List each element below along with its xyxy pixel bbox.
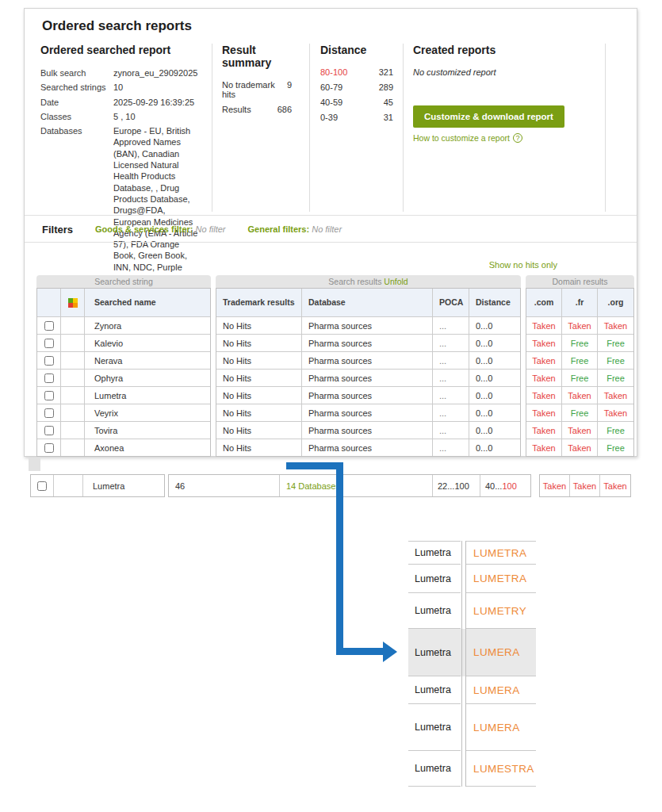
row-org-status: Free [598,335,633,351]
result-summary-row: Results 686 [222,105,292,114]
detail-query: Lumetra [408,629,461,676]
detail-query: Lumetra [408,751,461,787]
header-com: .com [526,289,562,316]
header-color-cell [61,289,85,316]
detail-query: Lumetra [408,541,461,565]
card-edge-stub [29,458,40,471]
row-checkbox[interactable] [44,339,54,348]
expanded-row-poca: 22...100 [433,475,480,496]
header-poca: POCA [433,289,469,316]
detail-result: LUMETRY [466,593,536,629]
report-field-row: Date 2025-09-29 16:39:25 [40,97,204,108]
row-checkbox[interactable] [44,443,54,453]
row-poca: ... [433,317,469,334]
row-fr-status: Taken [562,422,598,439]
report-field-value: zynora_eu_29092025 [113,67,204,79]
ordered-searched-report-heading: Ordered searched report [40,44,204,56]
table-row: No Hits Pharma sources ... 0...0 [216,369,520,386]
row-fr-status: Free [562,404,598,421]
expanded-row-checkbox-cell [31,475,54,496]
report-field-label: Databases [40,125,113,295]
table-row: Taken Taken Taken [526,386,633,404]
row-database: Pharma sources [302,422,433,439]
arrow-segment-bottom [336,648,384,655]
distance-row: 0-39 31 [320,113,393,122]
result-summary-heading: Result summary [222,44,301,69]
row-fr-status: Taken [562,317,598,334]
report-field-row: Searched strings 10 [40,82,204,93]
header-distance: Distance [469,289,520,316]
row-checkbox-cell [37,439,61,456]
row-searched-name: Veyrix [85,404,210,421]
report-field-value: 10 [113,82,204,93]
distance-row: 40-59 45 [320,98,393,107]
header-org: .org [598,289,633,316]
expanded-row-distance: 40...100 [480,475,530,496]
distance-row: 80-100 321 [320,67,393,77]
table-row: Taken Taken Taken [526,316,633,334]
search-results-tab-label: Search results [328,277,381,286]
table-row: Taken Taken Free [526,421,633,439]
distance-count: 45 [384,98,393,107]
expanded-row-databases-link[interactable]: 14 Databases [280,475,433,496]
how-to-customize-link[interactable]: How to customize a report ? [413,133,597,143]
detail-query: Lumetra [408,704,461,751]
table-row: No Hits Pharma sources ... 0...0 [216,386,520,404]
row-database: Pharma sources [302,439,433,456]
search-results-table: Searched string Searched name Zynora Kal… [36,275,634,457]
created-reports-heading: Created reports [413,44,597,56]
how-to-customize-label: How to customize a report [413,133,510,143]
general-filters[interactable]: General filters: No filter [247,224,342,234]
row-database: Pharma sources [302,404,433,421]
row-org-status: Free [598,370,633,386]
row-fr-status: Free [562,352,598,369]
detail-result: LUMESTRA [466,751,536,787]
row-database: Pharma sources [302,352,433,369]
row-searched-name: Ophyra [85,370,210,386]
show-no-hits-only-link[interactable]: Show no hits only [489,260,557,270]
row-fr-status: Free [562,335,598,351]
divider-line [25,215,637,216]
row-com-status: Taken [526,404,562,421]
created-reports-column: Created reports No customized report Cus… [404,44,606,212]
result-summary-column: Result summary No trademark hits 9 Resul… [212,44,310,212]
row-checkbox[interactable] [44,321,54,331]
row-checkbox[interactable] [44,426,54,435]
report-field-row: Databases Europe - EU, British Approved … [40,125,204,295]
row-trademark-results: No Hits [216,335,302,351]
databases-count-link[interactable]: 14 Databases [286,481,340,491]
table-row: No Hits Pharma sources ... 0...0 [216,334,520,351]
distance-heading: Distance [320,44,395,56]
row-checkbox[interactable] [44,373,54,383]
table-header-row: Trademark results Database POCA Distance [216,289,520,316]
row-checkbox-cell [37,404,61,421]
detail-query: Lumetra [408,593,461,629]
row-checkbox[interactable] [44,356,54,366]
report-field-value: 2025-09-29 16:39:25 [113,97,204,108]
detail-result: LUMETRA [466,565,536,593]
expanded-row-com-status: Taken [540,475,570,496]
customize-download-report-button[interactable]: Customize & download report [413,105,564,128]
row-checkbox[interactable] [44,391,54,400]
report-field-label: Date [40,97,113,108]
report-field-label: Searched strings [40,82,113,93]
detail-row: Lumetra LUMESTRA [408,751,536,787]
row-distance: 0...0 [469,370,520,386]
detail-table-divider [461,541,462,787]
ordered-search-reports-card: Ordered search reports Ordered searched … [24,8,637,457]
goods-services-filter[interactable]: Goods & services filter: No filter [95,224,225,234]
row-database: Pharma sources [302,335,433,351]
row-checkbox[interactable] [44,408,54,418]
expanded-row-checkbox[interactable] [37,481,47,491]
table-row: Tovira [37,421,210,439]
row-trademark-results: No Hits [216,422,302,439]
distance-row: 60-79 289 [320,82,393,92]
filters-title: Filters [42,224,73,236]
unfold-link[interactable]: Unfold [384,277,408,286]
general-filters-value: No filter [312,224,342,234]
header-fr: .fr [562,289,598,316]
row-trademark-results: No Hits [216,439,302,456]
detail-row: Lumetra LUMERA [408,629,536,676]
table-row: Taken Free Free [526,369,633,386]
row-searched-name: Tovira [85,422,210,439]
